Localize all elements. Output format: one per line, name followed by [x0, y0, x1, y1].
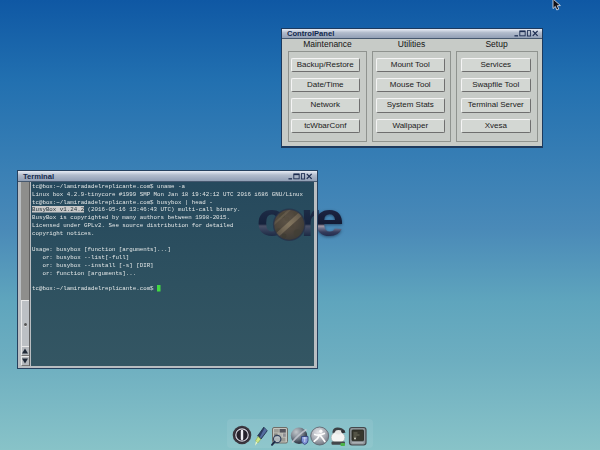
svg-text:e: e [315, 192, 344, 246]
